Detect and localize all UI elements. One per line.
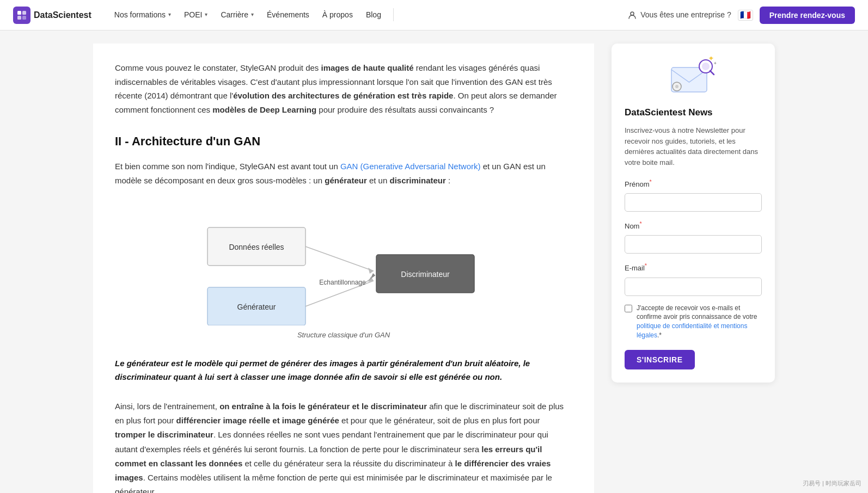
svg-point-4 — [631, 12, 634, 15]
newsletter-illustration: ✦ ✦ — [669, 57, 718, 97]
newsletter-desc: Inscrivez-vous à notre Newsletter pour r… — [625, 125, 762, 168]
diagram-caption: Structure classique d'un GAN — [297, 330, 390, 341]
sidebar: ✦ ✦ DataScientest News Inscrivez-vous à … — [612, 44, 775, 493]
nav-apropos[interactable]: À propos — [317, 5, 358, 24]
nom-label: Nom* — [625, 219, 762, 232]
blockquote: Le générateur est le modèle qui permet d… — [115, 356, 572, 384]
logo[interactable]: DataScientest — [13, 7, 91, 24]
logo-icon — [13, 7, 30, 24]
body-paragraph: Ainsi, lors de l'entrainement, on entraî… — [115, 399, 572, 493]
svg-text:Données réelles: Données réelles — [229, 243, 284, 251]
prenom-group: Prénom* — [625, 177, 762, 212]
svg-rect-3 — [22, 16, 26, 20]
nav-evenements[interactable]: Événements — [261, 5, 315, 24]
svg-point-23 — [675, 85, 678, 88]
enterprise-label: Vous êtes une entreprise ? — [640, 9, 731, 21]
language-flag[interactable]: 🇫🇷 — [738, 10, 753, 21]
nav-carriere[interactable]: Carrière ▾ — [215, 5, 259, 24]
diagram-svg: Données réelles Générateur Discriminateu… — [197, 200, 491, 325]
svg-text:Générateur: Générateur — [237, 303, 276, 311]
nav-poei[interactable]: POEI ▾ — [179, 5, 213, 24]
nav-links: Nos formations ▾ POEI ▾ Carrière ▾ Événe… — [109, 5, 627, 24]
chevron-down-icon: ▾ — [205, 10, 207, 19]
nav-divider — [393, 8, 394, 21]
gan-link[interactable]: GAN (Generative Adversarial Network) — [340, 162, 481, 171]
enterprise-icon — [627, 10, 637, 20]
email-label: E-mail* — [625, 261, 762, 274]
logo-text: DataScientest — [34, 8, 91, 22]
svg-line-21 — [710, 71, 714, 75]
section-intro: Et bien comme son nom l'indique, StyleGA… — [115, 159, 572, 187]
nav-right: Vous êtes une entreprise ? 🇫🇷 Prendre re… — [627, 7, 855, 24]
svg-text:✦: ✦ — [713, 61, 717, 66]
svg-text:Echantillonnage: Echantillonnage — [319, 279, 366, 286]
chevron-down-icon: ▾ — [168, 10, 171, 19]
privacy-link[interactable]: politique de confidentialité et mentions… — [637, 322, 747, 339]
svg-point-20 — [702, 63, 710, 70]
diagram-wrapper: Données réelles Générateur Discriminateu… — [115, 200, 572, 341]
submit-button[interactable]: S'INSCRIRE — [625, 350, 695, 369]
enterprise-link[interactable]: Vous êtes une entreprise ? — [627, 9, 731, 21]
email-input[interactable] — [625, 278, 762, 296]
consent-row: J'accepte de recevoir vos e-mails et con… — [625, 304, 762, 340]
newsletter-card: ✦ ✦ DataScientest News Inscrivez-vous à … — [612, 44, 775, 383]
page-wrapper: Comme vous pouvez le constater, StyleGAN… — [80, 30, 788, 493]
svg-rect-2 — [17, 16, 21, 20]
main-content: Comme vous pouvez le constater, StyleGAN… — [93, 44, 594, 493]
svg-rect-1 — [22, 11, 26, 15]
chevron-down-icon: ▾ — [251, 10, 254, 19]
watermark: 刃易号 | 时尚玩家岳司 — [803, 479, 861, 489]
newsletter-icon-area: ✦ ✦ — [625, 57, 762, 97]
svg-marker-17 — [371, 273, 375, 278]
consent-label: J'accepte de recevoir vos e-mails et con… — [637, 304, 762, 340]
svg-line-11 — [305, 246, 374, 271]
newsletter-title: DataScientest News — [625, 105, 762, 120]
nom-group: Nom* — [625, 219, 762, 254]
navbar: DataScientest Nos formations ▾ POEI ▾ Ca… — [0, 0, 868, 30]
svg-text:Discriminateur: Discriminateur — [401, 270, 450, 279]
email-group: E-mail* — [625, 261, 762, 295]
prenom-input[interactable] — [625, 193, 762, 212]
svg-rect-0 — [17, 11, 21, 15]
section-title: II - Architecture d'un GAN — [115, 132, 572, 151]
consent-checkbox[interactable] — [625, 305, 632, 312]
nav-blog[interactable]: Blog — [360, 5, 387, 24]
nav-formations[interactable]: Nos formations ▾ — [109, 5, 176, 24]
nom-input[interactable] — [625, 235, 762, 254]
cta-button[interactable]: Prendre rendez-vous — [760, 7, 855, 24]
svg-marker-12 — [368, 268, 374, 274]
diagram-area: Données réelles Générateur Discriminateu… — [197, 200, 491, 325]
intro-paragraph: Comme vous pouvez le constater, StyleGAN… — [115, 61, 572, 116]
prenom-label: Prénom* — [625, 177, 762, 190]
